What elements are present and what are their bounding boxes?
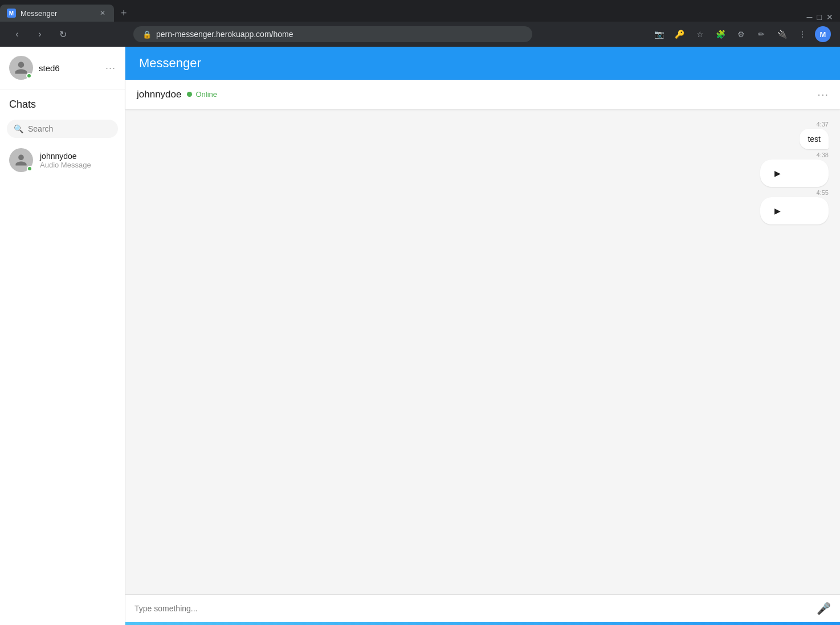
url-text: pern-messenger.herokuapp.com/home (156, 30, 523, 39)
minimize-icon[interactable]: ─ (807, 13, 813, 22)
chat-input-area: 🎤 (125, 594, 840, 622)
active-tab[interactable]: M Messenger ✕ (0, 5, 114, 22)
search-input-wrap[interactable]: 🔍 (7, 120, 118, 138)
tab-title: Messenger (21, 9, 93, 18)
sidebar: sted6 ··· Chats 🔍 (0, 47, 125, 625)
sidebar-section-header: Chats (0, 89, 125, 115)
lock-icon: 🔒 (142, 30, 152, 39)
user-avatar (9, 56, 33, 80)
tab-favicon: M (7, 9, 16, 18)
chat-online-dot (27, 166, 32, 171)
message-row-3: 4:55 ▶ (137, 189, 829, 224)
message-row-1: 4:37 test (137, 121, 829, 149)
forward-button[interactable]: › (32, 26, 48, 42)
message-time-2: 4:38 (760, 152, 829, 158)
message-time-3: 4:55 (760, 189, 829, 196)
key-icon[interactable]: 🔑 (671, 26, 687, 42)
chat-avatar-icon (14, 153, 28, 167)
audio-message-1: ▶ (760, 160, 829, 187)
new-tab-button[interactable]: + (114, 5, 134, 22)
close-icon[interactable]: ✕ (826, 13, 833, 22)
chat-status: Online (187, 90, 217, 99)
play-button-1[interactable]: ▶ (769, 165, 785, 181)
chat-avatar (9, 148, 33, 172)
messages-area: 4:37 test 4:38 ▶ 4:55 (125, 109, 840, 594)
app-title: Messenger (139, 56, 201, 71)
address-bar: ‹ › ↻ 🔒 pern-messenger.herokuapp.com/hom… (0, 22, 840, 47)
search-input[interactable] (28, 124, 128, 133)
chat-header: johnnydoe Online ··· (125, 80, 840, 109)
chat-info: johnnydoe Audio Message (40, 152, 116, 169)
app-container: sted6 ··· Chats 🔍 (0, 47, 840, 625)
mic-button[interactable]: 🎤 (817, 602, 831, 615)
sidebar-more-button[interactable]: ··· (105, 62, 116, 74)
chat-preview: Audio Message (40, 161, 116, 169)
section-title: Chats (9, 99, 36, 110)
user-online-dot (26, 73, 32, 79)
extension-icon[interactable]: 🧩 (712, 26, 728, 42)
star-icon[interactable]: ☆ (692, 26, 708, 42)
chat-list: johnnydoe Audio Message (0, 142, 125, 625)
toolbar-right: 📷 🔑 ☆ 🧩 ⚙ ✏ 🔌 ⋮ M (651, 26, 831, 42)
status-dot (187, 92, 192, 97)
profile-avatar[interactable]: M (815, 26, 831, 42)
audio-message-2: ▶ (760, 197, 829, 224)
play-button-2[interactable]: ▶ (769, 203, 785, 219)
camera-icon[interactable]: 📷 (651, 26, 667, 42)
tab-bar: M Messenger ✕ + ─ □ ✕ (0, 0, 840, 22)
message-row-2: 4:38 ▶ (137, 152, 829, 187)
search-container: 🔍 (0, 115, 125, 142)
message-content-1: test (800, 129, 829, 149)
refresh-button[interactable]: ↻ (55, 26, 71, 42)
avatar-icon (14, 60, 28, 75)
browser-chrome: M Messenger ✕ + ─ □ ✕ ‹ › ↻ 🔒 pern-messe… (0, 0, 840, 47)
tab-close-icon[interactable]: ✕ (98, 9, 107, 18)
extensions-icon[interactable]: 🔌 (774, 26, 790, 42)
message-bubble-3: 4:55 ▶ (760, 189, 829, 224)
menu-icon[interactable]: ⋮ (794, 26, 810, 42)
bottom-progress-bar (125, 622, 840, 625)
chat-recipient-name: johnnydoe (137, 89, 181, 100)
extension2-icon[interactable]: ⚙ (733, 26, 749, 42)
chat-name: johnnydoe (40, 152, 116, 161)
message-input[interactable] (134, 604, 810, 613)
chat-more-button[interactable]: ··· (817, 88, 829, 101)
app-header: Messenger (125, 47, 840, 80)
url-bar[interactable]: 🔒 pern-messenger.herokuapp.com/home (133, 26, 532, 42)
chat-main: Messenger johnnydoe Online ··· 4:37 test (125, 47, 840, 625)
message-time-1: 4:37 (800, 121, 829, 128)
back-button[interactable]: ‹ (9, 26, 25, 42)
extension3-icon[interactable]: ✏ (753, 26, 769, 42)
message-bubble-1: 4:37 test (800, 121, 829, 149)
chat-item-johnnydoe[interactable]: johnnydoe Audio Message (0, 142, 125, 178)
maximize-icon[interactable]: □ (817, 13, 822, 22)
status-text: Online (195, 90, 217, 99)
sidebar-user-header: sted6 ··· (0, 47, 125, 89)
search-icon: 🔍 (14, 124, 23, 133)
sidebar-username: sted6 (39, 63, 100, 73)
message-bubble-2: 4:38 ▶ (760, 152, 829, 187)
